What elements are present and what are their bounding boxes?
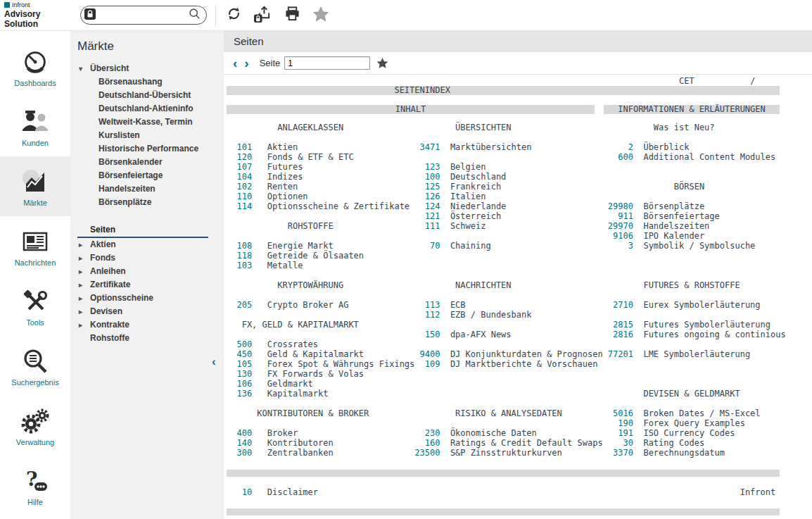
page-number-link[interactable]: 400 [236, 428, 252, 438]
page-number-link[interactable]: 3471 [420, 142, 440, 152]
page-label-link[interactable]: Futures [267, 162, 303, 172]
page-number-link[interactable]: 136 [236, 389, 252, 399]
page-label-link[interactable]: Zentralbanken [267, 448, 334, 458]
page-number-link[interactable]: 23500 [414, 448, 440, 458]
page-number-link[interactable]: 104 [236, 172, 252, 182]
tree-item-börsenaushang[interactable]: Börsenaushang [77, 75, 224, 89]
page-label-link[interactable]: Additional Content Modules [643, 152, 775, 162]
page-label-link[interactable]: Futures ongoing & continious [643, 330, 785, 339]
tree-item-übersicht[interactable]: ▾Übersicht [77, 62, 224, 75]
page-number-link[interactable]: 102 [236, 182, 252, 192]
page-label-link[interactable]: Forex Spot & Währungs Fixings [267, 359, 415, 369]
page-label-link[interactable]: DJ Konjunkturdaten & Prognosen [450, 349, 603, 359]
page-label-link[interactable]: Überblick [643, 142, 689, 152]
page-label-link[interactable]: Geld & Kapitalmarkt [267, 349, 364, 359]
chevron-right-icon[interactable]: ▸ [79, 265, 82, 278]
chevron-right-icon[interactable]: ▸ [79, 318, 82, 332]
page-number-link[interactable]: 101 [236, 142, 252, 152]
tree-item-fonds[interactable]: ▸Fonds [77, 251, 224, 265]
page-label-link[interactable]: Optionen [267, 192, 308, 201]
page-number-link[interactable]: 121 [425, 211, 440, 221]
page-number-link[interactable]: 130 [236, 369, 252, 379]
tree-item-aktien[interactable]: ▸Aktien [77, 238, 224, 251]
page-number-link[interactable]: 911 [618, 211, 633, 221]
tree-item-weltweit-kasse-termin[interactable]: Weltweit-Kasse, Termin [77, 115, 224, 129]
page-number-link[interactable]: 124 [425, 201, 440, 211]
page-label-link[interactable]: dpa-AFX News [450, 330, 512, 339]
page-label-link[interactable]: Ratings & Credit Default Swaps [450, 438, 603, 448]
tree-item-börsenkalender[interactable]: Börsenkalender [77, 156, 224, 169]
page-label-link[interactable]: Energie Markt [267, 241, 334, 251]
page-label-link[interactable]: Kontributoren [267, 438, 334, 448]
page-label-link[interactable]: ECB [450, 300, 466, 310]
page-number-link[interactable]: 29970 [608, 221, 633, 231]
page-label-link[interactable]: Österreich [450, 211, 501, 221]
tree-item-kontrakte[interactable]: ▸Kontrakte [77, 318, 224, 332]
tree-item-handelszeiten[interactable]: Handelszeiten [77, 182, 224, 196]
page-number-link[interactable]: 70 [430, 241, 440, 251]
page-number-link[interactable]: 126 [425, 192, 440, 201]
page-label-link[interactable]: Crossrates [267, 339, 318, 349]
page-label-link[interactable]: LME Symbolerläuterung [643, 349, 750, 359]
page-number-link[interactable]: 600 [618, 152, 633, 162]
nav-item-dashboards[interactable]: Dashboards [0, 37, 70, 96]
page-label-link[interactable]: Symbolik / Symbolsuche [643, 241, 755, 251]
page-number-link[interactable]: 113 [425, 300, 440, 310]
page-number-link[interactable]: 9106 [613, 231, 633, 241]
page-label-link[interactable]: Broken Dates / MS-Excel [643, 408, 760, 418]
page-number-link[interactable]: 123 [425, 162, 440, 172]
nav-item-hilfe[interactable]: ?Hilfe [0, 456, 70, 515]
page-label-link[interactable]: Eurex Symbolerläuterung [643, 300, 760, 310]
page-label-link[interactable]: Indizes [267, 172, 303, 182]
back-button[interactable]: ‹ [229, 56, 241, 70]
page-number-link[interactable]: 120 [236, 152, 252, 162]
page-number-link[interactable]: 2815 [613, 320, 633, 330]
page-label-link[interactable]: S&P Zinsstrukturkurven [450, 448, 562, 458]
page-number-link[interactable]: 450 [236, 349, 252, 359]
page-number-link[interactable]: 5016 [613, 408, 633, 418]
page-label-link[interactable]: FX Forwards & Volas [267, 369, 364, 379]
page-label-link[interactable]: Börsenplätze [643, 201, 704, 211]
tree-item-historische-performance[interactable]: Historische Performance [77, 142, 224, 156]
page-label-link[interactable]: Ökonomische Daten [450, 428, 537, 438]
page-label-link[interactable]: Crypto Broker AG [267, 300, 349, 310]
page-label-link[interactable]: Niederlande [450, 201, 506, 211]
page-label-link[interactable]: Handelszeiten [643, 221, 709, 231]
page-number-link[interactable]: 191 [618, 428, 633, 438]
page-number-link[interactable]: 109 [425, 359, 440, 369]
nav-item-märkte[interactable]: Märkte [0, 156, 70, 216]
page-number-link[interactable]: 140 [236, 438, 252, 448]
page-number-link[interactable]: 3370 [613, 448, 633, 458]
page-label-link[interactable]: EZB / Bundesbank [450, 310, 532, 320]
chevron-right-icon[interactable]: ▸ [79, 305, 82, 318]
tree-item-börsenfeiertage[interactable]: Börsenfeiertage [77, 169, 224, 182]
nav-item-suchergebnis[interactable]: Suchergebnis [0, 336, 70, 396]
chevron-right-icon[interactable]: ▸ [79, 292, 82, 305]
export-button[interactable] [254, 5, 272, 26]
page-number-link[interactable]: 29980 [608, 201, 633, 211]
collapse-sidebar-button[interactable]: ‹ [212, 356, 216, 368]
global-search-box[interactable] [80, 6, 207, 25]
chevron-right-icon[interactable]: ▸ [79, 278, 82, 292]
page-label-link[interactable]: Kapitalmarkt [267, 389, 329, 399]
page-number-link[interactable]: 100 [425, 172, 440, 182]
favorites-button[interactable] [312, 6, 329, 25]
page-number-link[interactable]: 190 [618, 418, 633, 428]
page-label-link[interactable]: Futures Symbolerläuterung [643, 320, 770, 330]
tree-item-anleihen[interactable]: ▸Anleihen [77, 265, 224, 278]
page-number-link[interactable]: 205 [236, 300, 252, 310]
page-number-link[interactable]: 230 [425, 428, 440, 438]
page-label-link[interactable]: Frankreich [450, 182, 501, 192]
page-label-link[interactable]: Disclaimer [267, 487, 318, 497]
page-label-link[interactable]: Italien [450, 192, 486, 201]
page-number-link[interactable]: 10 [242, 487, 252, 497]
tree-item-optionsscheine[interactable]: ▸Optionsscheine [77, 292, 224, 305]
nav-item-tools[interactable]: Tools [0, 276, 70, 336]
forward-button[interactable]: › [241, 56, 252, 70]
favorite-page-icon[interactable] [376, 56, 389, 70]
tree-item-deutschland-übersicht[interactable]: Deutschland-Übersicht [77, 89, 224, 102]
link-lock-icon[interactable] [84, 8, 96, 23]
page-number-link[interactable]: 105 [236, 359, 252, 369]
chevron-right-icon[interactable]: ▸ [79, 238, 82, 251]
page-number-link[interactable]: 2816 [613, 330, 633, 339]
